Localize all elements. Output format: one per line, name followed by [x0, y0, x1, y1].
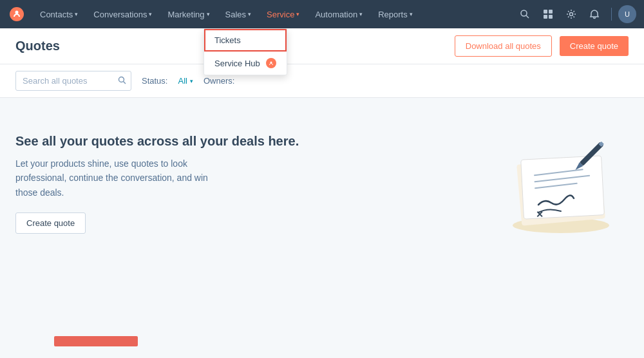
owners-label: Owners: — [204, 76, 234, 86]
sales-chevron-icon: ▾ — [248, 11, 251, 17]
filters-bar: Status: All ▾ Owners: — [0, 64, 644, 98]
service-chevron-icon: ▾ — [296, 11, 299, 17]
download-all-quotes-button[interactable]: Download all quotes — [455, 35, 552, 57]
nav-sales[interactable]: Sales ▾ — [219, 7, 258, 22]
empty-state-title: See all your quotes across all your deal… — [15, 134, 474, 149]
nav-automation[interactable]: Automation ▾ — [308, 7, 369, 22]
nav-marketing[interactable]: Marketing ▾ — [161, 7, 216, 22]
svg-rect-6 — [544, 15, 547, 19]
nav-contacts[interactable]: Contacts ▾ — [33, 7, 84, 22]
conversations-chevron-icon: ▾ — [149, 11, 152, 17]
status-filter[interactable]: All ▾ — [178, 76, 193, 86]
search-icon[interactable] — [118, 76, 126, 86]
svg-point-1 — [15, 11, 19, 14]
nav-divider — [611, 8, 612, 21]
settings-nav-button[interactable] — [561, 4, 582, 24]
service-hub-icon — [266, 58, 276, 68]
svg-rect-7 — [549, 15, 553, 19]
svg-point-8 — [570, 13, 573, 16]
top-nav: Contacts ▾ Conversations ▾ Marketing ▾ S… — [0, 0, 644, 28]
page-header: Quotes Download all quotes Create quote — [0, 28, 644, 64]
main-content: See all your quotes across all your deal… — [0, 98, 644, 254]
dropdown-tickets[interactable]: Tickets — [204, 29, 287, 52]
contacts-chevron-icon: ▾ — [75, 11, 78, 17]
reports-chevron-icon: ▾ — [410, 11, 413, 17]
dropdown-service-hub[interactable]: Service Hub — [204, 52, 287, 75]
notifications-nav-button[interactable] — [584, 4, 605, 24]
empty-state: See all your quotes across all your deal… — [15, 129, 474, 234]
status-label: Status: — [142, 76, 167, 86]
annotation-bar — [54, 336, 138, 346]
automation-chevron-icon: ▾ — [359, 11, 363, 17]
search-input[interactable] — [15, 71, 131, 91]
search-wrapper — [15, 71, 131, 91]
search-nav-button[interactable] — [515, 4, 535, 24]
status-chevron-icon: ▾ — [190, 78, 193, 84]
svg-point-10 — [119, 77, 124, 82]
marketplace-nav-button[interactable] — [538, 4, 558, 24]
quote-illustration: ✕ — [500, 122, 629, 238]
svg-text:✕: ✕ — [536, 209, 544, 220]
nav-service[interactable]: Service ▾ — [260, 7, 306, 22]
svg-rect-14 — [521, 156, 605, 219]
create-quote-empty-button[interactable]: Create quote — [15, 212, 86, 234]
create-quote-header-button[interactable]: Create quote — [560, 36, 629, 56]
empty-state-description: Let your products shine, use quotes to l… — [15, 156, 222, 200]
service-dropdown: Tickets Service Hub — [204, 28, 287, 75]
marketing-chevron-icon: ▾ — [207, 11, 210, 17]
svg-line-3 — [526, 15, 529, 18]
hubspot-logo[interactable] — [8, 5, 26, 23]
nav-conversations[interactable]: Conversations ▾ — [87, 7, 158, 22]
user-avatar[interactable]: U — [618, 5, 636, 23]
svg-point-2 — [521, 10, 527, 16]
svg-rect-4 — [544, 10, 547, 14]
svg-line-11 — [124, 81, 126, 84]
svg-rect-5 — [549, 10, 553, 14]
nav-reports[interactable]: Reports ▾ — [372, 7, 419, 22]
